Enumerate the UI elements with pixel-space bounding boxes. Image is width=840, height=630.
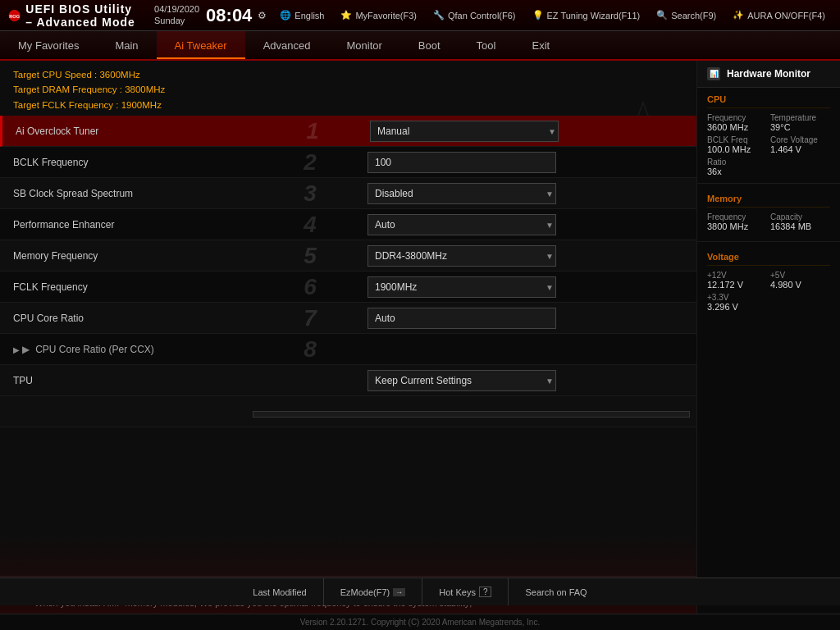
last-modified-button[interactable]: Last Modified xyxy=(236,578,323,605)
memory-grid: Frequency 3800 MHz Capacity 16384 MB xyxy=(707,212,830,231)
mem-freq-label: Frequency xyxy=(707,212,767,221)
v5-col: +5V 4.980 V xyxy=(770,271,830,290)
perf-enhancer-select[interactable]: Auto Disabled xyxy=(368,214,556,235)
hotkeys-label: Hot Keys xyxy=(439,587,476,597)
rog-logo-icon: ROG xyxy=(8,3,21,28)
fclk-select[interactable]: 1900MHz 1800MHz 2000MHz xyxy=(368,276,556,298)
memory-freq-control: DDR4-3800MHz DDR4-3200MHz DDR4-3600MHz xyxy=(368,245,690,267)
mem-capacity-col: Capacity 16384 MB xyxy=(770,212,830,231)
core-voltage-value: 1.464 V xyxy=(770,144,830,154)
row-tpu[interactable]: TPU Keep Current Settings Auto xyxy=(0,365,696,396)
cpu-ratio-per-ccx-label: ▶ CPU Core Ratio (Per CCX) xyxy=(7,344,253,355)
row-number-4: 4 xyxy=(253,212,368,238)
search-icon: 🔍 xyxy=(656,10,668,21)
tpu-select-wrapper[interactable]: Keep Current Settings Auto xyxy=(368,370,560,391)
nav-item-advanced[interactable]: Advanced xyxy=(245,31,329,59)
language-button[interactable]: 🌐 English xyxy=(273,8,331,22)
arrow-icon: ▶ xyxy=(22,344,30,355)
cpu-temp-col: Temperature 39°C xyxy=(770,113,830,132)
row-bclk-frequency[interactable]: BCLK Frequency 2 xyxy=(0,147,696,178)
qfan-button[interactable]: 🔧 Qfan Control(F6) xyxy=(427,8,523,22)
sidebar-title: Hardware Monitor xyxy=(727,68,810,80)
wizard-icon: 💡 xyxy=(532,10,544,21)
row-cpu-core-ratio-per-ccx[interactable]: ▶ CPU Core Ratio (Per CCX) 8 xyxy=(0,334,696,365)
fclk-label: FCLK Frequency xyxy=(7,281,253,293)
row-memory-frequency[interactable]: Memory Frequency 5 DDR4-3800MHz DDR4-320… xyxy=(0,240,696,272)
search-faq-button[interactable]: Search on FAQ xyxy=(509,578,603,605)
cpu-section-title: CPU xyxy=(707,94,830,108)
cpu-freq-value: 3600 MHz xyxy=(707,122,767,132)
sb-clock-control: Disabled Enabled xyxy=(368,183,690,204)
version-bar: Version 2.20.1271. Copyright (C) 2020 Am… xyxy=(0,614,840,630)
nav-item-monitor[interactable]: Monitor xyxy=(329,31,400,59)
hotkeys-icon: ? xyxy=(479,587,492,597)
memory-freq-select[interactable]: DDR4-3800MHz DDR4-3200MHz DDR4-3600MHz xyxy=(368,245,556,267)
myfavorite-button[interactable]: ⭐ MyFavorite(F3) xyxy=(334,8,423,22)
info-bar: Target CPU Speed : 3600MHz Target DRAM F… xyxy=(0,61,696,116)
tpu-select[interactable]: Keep Current Settings Auto xyxy=(368,370,556,391)
bclk-input[interactable] xyxy=(368,152,556,173)
star-icon: ⭐ xyxy=(340,10,352,21)
sb-clock-select-wrapper[interactable]: Disabled Enabled xyxy=(368,183,560,204)
globe-icon: 🌐 xyxy=(280,10,291,21)
ai-overclock-select[interactable]: Manual Auto D.O.C.P. xyxy=(370,121,559,142)
ezmode-button[interactable]: EzMode(F7) → xyxy=(324,578,423,605)
v12-value: 12.172 V xyxy=(707,280,767,290)
cpu-freq-temp-grid: Frequency 3600 MHz Temperature 39°C xyxy=(707,113,830,132)
row-fclk-frequency[interactable]: FCLK Frequency 6 1900MHz 1800MHz 2000MHz xyxy=(0,272,696,303)
ai-overclock-control: Manual Auto D.O.C.P. xyxy=(370,121,690,142)
version-text: Version 2.20.1271. Copyright (C) 2020 Am… xyxy=(300,618,540,627)
memory-section-title: Memory xyxy=(707,194,830,208)
nav-item-main[interactable]: Main xyxy=(97,31,156,59)
memory-freq-label: Memory Frequency xyxy=(7,250,253,262)
target-cpu-speed: Target CPU Speed : 3600MHz xyxy=(13,67,683,82)
perf-enhancer-select-wrapper[interactable]: Auto Disabled xyxy=(368,214,560,235)
search-button[interactable]: 🔍 Search(F9) xyxy=(650,8,723,22)
row-sb-clock[interactable]: SB Clock Spread Spectrum 3 Disabled Enab… xyxy=(0,178,696,209)
toolbar: 🌐 English ⭐ MyFavorite(F3) 🔧 Qfan Contro… xyxy=(273,8,832,22)
memory-freq-select-wrapper[interactable]: DDR4-3800MHz DDR4-3200MHz DDR4-3600MHz xyxy=(368,245,560,267)
mem-freq-col: Frequency 3800 MHz xyxy=(707,212,767,231)
settings-icon[interactable]: ⚙ xyxy=(258,10,267,21)
row-number-5: 5 xyxy=(253,243,368,269)
fan-icon: 🔧 xyxy=(433,10,445,21)
target-fclk-freq: Target FCLK Frequency : 1900MHz xyxy=(13,98,683,112)
ai-overclock-label: Ai Overclock Tuner xyxy=(9,126,255,137)
ai-overclock-select-wrapper[interactable]: Manual Auto D.O.C.P. xyxy=(370,121,563,142)
v33-row: +3.3V 3.296 V xyxy=(707,293,830,312)
mem-freq-value: 3800 MHz xyxy=(707,221,767,231)
nav-bar: My Favorites Main Ai Tweaker Advanced Mo… xyxy=(0,31,840,61)
nav-item-favorites[interactable]: My Favorites xyxy=(0,31,97,59)
nav-item-exit[interactable]: Exit xyxy=(514,31,568,59)
cpu-section: CPU Frequency 3600 MHz Temperature 39°C … xyxy=(697,88,840,180)
row-ai-overclock-tuner[interactable]: Ai Overclock Tuner 1 Manual Auto D.O.C.P… xyxy=(0,116,696,147)
cpu-ratio-sidebar-value: 36x xyxy=(707,167,830,176)
fclk-select-wrapper[interactable]: 1900MHz 1800MHz 2000MHz xyxy=(368,276,560,298)
hotkeys-button[interactable]: Hot Keys ? xyxy=(422,578,509,605)
nav-item-boot[interactable]: Boot xyxy=(400,31,459,59)
aura-button[interactable]: ✨ AURA ON/OFF(F4) xyxy=(726,8,832,22)
nav-item-tool[interactable]: Tool xyxy=(459,31,514,59)
perf-enhancer-label: Performance Enhancer xyxy=(7,219,253,231)
cpu-ratio-label: CPU Core Ratio xyxy=(7,313,253,324)
cpu-ratio-control: Auto xyxy=(368,308,690,329)
ezmode-arrow-icon: → xyxy=(393,588,405,596)
content-area: Target CPU Speed : 3600MHz Target DRAM F… xyxy=(0,61,696,630)
row-cpu-core-ratio[interactable]: CPU Core Ratio 7 Auto xyxy=(0,303,696,334)
bclk-label: BCLK Frequency xyxy=(7,157,253,168)
logo: ROG UEFI BIOS Utility – Advanced Mode xyxy=(8,2,138,29)
v5-value: 4.980 V xyxy=(770,280,830,290)
main-layout: Target CPU Speed : 3600MHz Target DRAM F… xyxy=(0,61,840,630)
voltage-12-5-grid: +12V 12.172 V +5V 4.980 V xyxy=(707,271,830,290)
v33-label: +3.3V xyxy=(707,293,830,302)
search-faq-label: Search on FAQ xyxy=(525,587,587,597)
sb-clock-select[interactable]: Disabled Enabled xyxy=(368,183,556,204)
row-performance-enhancer[interactable]: Performance Enhancer 4 Auto Disabled xyxy=(0,209,696,240)
row-number-6: 6 xyxy=(253,274,368,300)
settings-table: Ai Overclock Tuner 1 Manual Auto D.O.C.P… xyxy=(0,116,696,576)
v5-label: +5V xyxy=(770,271,830,280)
row-number-2: 2 xyxy=(253,149,368,176)
nav-item-aitweaker[interactable]: Ai Tweaker xyxy=(157,31,245,59)
eztuning-button[interactable]: 💡 EZ Tuning Wizard(F11) xyxy=(526,8,647,22)
voltage-section: Voltage +12V 12.172 V +5V 4.980 V +3.3V … xyxy=(697,245,840,315)
